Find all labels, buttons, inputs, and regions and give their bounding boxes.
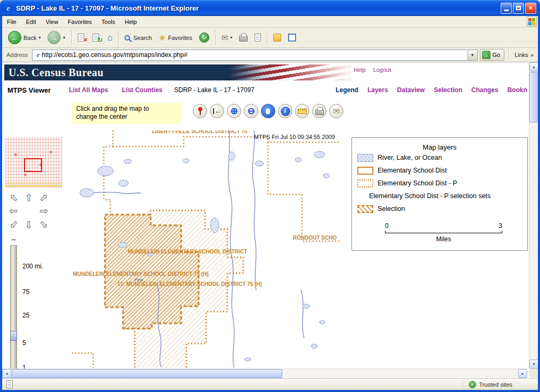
history-icon: ↻ [199, 32, 209, 43]
marker-tool-button[interactable] [193, 104, 207, 118]
history-button[interactable]: ↻ [197, 31, 212, 44]
pan-east-button[interactable]: ⇧ [36, 205, 51, 218]
window-border-left [0, 15, 2, 392]
favorites-button[interactable]: ★ Favorites [156, 32, 195, 43]
mail-dropdown-icon[interactable]: ▾ [230, 35, 232, 40]
legend-title: Map layers [352, 143, 527, 151]
forward-button[interactable]: → ▾ [45, 29, 68, 46]
measure-button[interactable] [295, 104, 309, 118]
previous-view-button[interactable]: ← [210, 104, 224, 118]
back-button[interactable]: ← Back ▾ [5, 29, 43, 46]
links-menu[interactable]: Links » [512, 52, 536, 58]
pan-southeast-button[interactable]: ⇧ [36, 218, 51, 231]
arrow-west-icon: ⇧ [9, 207, 19, 216]
scale-end-label: 3 [498, 222, 502, 230]
forward-dropdown-icon[interactable]: ▾ [63, 35, 65, 40]
scroll-down-button[interactable]: ▼ [529, 360, 538, 369]
menu-favorites[interactable]: Favorites [63, 17, 96, 27]
search-button[interactable]: Search [122, 33, 154, 43]
menu-tools[interactable]: Tools [97, 17, 120, 27]
minimize-icon [504, 10, 509, 11]
close-button[interactable]: × [525, 3, 536, 14]
scale-start-label: 0 [385, 222, 389, 230]
app-title: MTPS Viewer [7, 86, 51, 94]
overview-extent-box[interactable] [24, 158, 42, 172]
map-hint-tooltip: Click and drag the map to change the cen… [72, 103, 182, 124]
address-input[interactable]: e http://ecots1.geo.census.gov/mtpsmaps/… [32, 50, 477, 61]
tab-bookmarks[interactable]: Bookn [508, 86, 527, 94]
menu-view[interactable]: View [41, 17, 63, 27]
mail-button[interactable]: ✉ ▾ [219, 32, 235, 43]
arrow-north-icon: ⇧ [24, 193, 33, 203]
selection-swatch-icon [357, 205, 373, 213]
tab-dataview[interactable]: Dataview [397, 86, 425, 94]
horizontal-scrollbar[interactable]: ◄ ► [2, 369, 527, 378]
stop-button[interactable]: × [75, 32, 88, 44]
overview-map[interactable] [5, 137, 62, 187]
menu-edit[interactable]: Edit [21, 17, 41, 27]
address-dropdown-button[interactable]: ▼ [468, 50, 477, 60]
export-map-button[interactable]: ✉ [329, 104, 343, 118]
previous-view-icon [213, 108, 214, 114]
back-dropdown-icon[interactable]: ▾ [38, 35, 40, 40]
title-bar[interactable]: e SDRP - Lake IL - 17 - 17097 - Microsof… [0, 0, 540, 16]
window-border-right [538, 15, 540, 392]
identify-button[interactable]: i [278, 104, 292, 118]
horizontal-scroll-thumb[interactable] [12, 369, 282, 378]
edit-button[interactable] [252, 32, 264, 43]
minimize-button[interactable] [501, 3, 512, 14]
close-icon: × [529, 4, 533, 12]
edit-page-icon [255, 34, 261, 42]
tab-changes[interactable]: Changes [471, 86, 498, 94]
zoom-scale-label: 25 [22, 312, 29, 319]
go-arrow-icon: → [482, 51, 490, 59]
scroll-up-button[interactable]: ▲ [529, 62, 538, 71]
home-button[interactable]: ⌂ [105, 32, 116, 44]
scrollbar-corner [529, 369, 538, 378]
address-url[interactable]: http://ecots1.geo.census.gov/mtpsmaps/in… [42, 51, 467, 59]
tab-layers[interactable]: Layers [367, 86, 388, 94]
help-link[interactable]: Help [354, 67, 366, 73]
zoom-scale-label: 200 mi. [22, 263, 43, 270]
scale-bar-line [385, 231, 502, 233]
legend-item-label: River, Lake, or Ocean [378, 154, 442, 161]
list-all-maps-link[interactable]: List All Maps [69, 86, 108, 94]
legend-item-water: River, Lake, or Ocean [352, 151, 527, 164]
zoom-out-button[interactable]: ⊖ [244, 104, 258, 118]
logout-link[interactable]: Logout [373, 67, 391, 73]
zoom-slider-track[interactable] [10, 245, 17, 378]
pan-southwest-button[interactable]: ⇧ [6, 218, 21, 231]
zoom-in-button[interactable]: ⊕ [227, 104, 241, 118]
arrow-northwest-icon: ⇧ [7, 191, 21, 205]
map-label-rondout: RONDOUT SCHO [293, 235, 337, 241]
menu-file[interactable]: File [2, 17, 21, 27]
back-icon: ← [8, 31, 21, 44]
tab-legend[interactable]: Legend [336, 86, 358, 94]
print-map-button[interactable] [312, 104, 326, 118]
list-counties-link[interactable]: List Counties [122, 86, 162, 94]
scroll-right-button[interactable]: ► [518, 369, 527, 378]
pan-south-button[interactable]: ⇧ [21, 218, 36, 231]
pan-north-button[interactable]: ⇧ [21, 191, 36, 205]
menu-help[interactable]: Help [120, 17, 142, 27]
vertical-scroll-thumb[interactable] [529, 72, 538, 123]
print-button[interactable] [236, 32, 250, 43]
messenger-button[interactable] [271, 32, 284, 43]
map-canvas[interactable]: LIBERTYVILLE SCHOOL DISTRICT 70 MTPS Fri… [72, 130, 339, 368]
pan-hand-icon [264, 107, 272, 115]
maximize-button[interactable] [513, 3, 524, 14]
tab-selection[interactable]: Selection [434, 86, 462, 94]
pan-northeast-button[interactable]: ⇧ [36, 191, 51, 205]
research-button[interactable] [285, 32, 299, 43]
map-print-icon [315, 109, 324, 115]
pan-west-button[interactable]: ⇧ [6, 205, 21, 218]
map-label-mundelein-75h: MUNDELEIN ELEMENTARY SCHOOL DISTRICT 75 … [73, 271, 209, 277]
vertical-scrollbar[interactable]: ▲ ▼ [529, 62, 538, 369]
scroll-left-button[interactable]: ◄ [2, 369, 11, 378]
windows-logo-icon [527, 17, 537, 27]
pan-tool-button[interactable] [261, 104, 275, 118]
refresh-button[interactable]: ↻ [90, 32, 103, 44]
go-button[interactable]: → Go [480, 49, 505, 61]
zoom-slider-handle[interactable] [10, 331, 17, 341]
pan-northwest-button[interactable]: ⇧ [6, 191, 21, 205]
